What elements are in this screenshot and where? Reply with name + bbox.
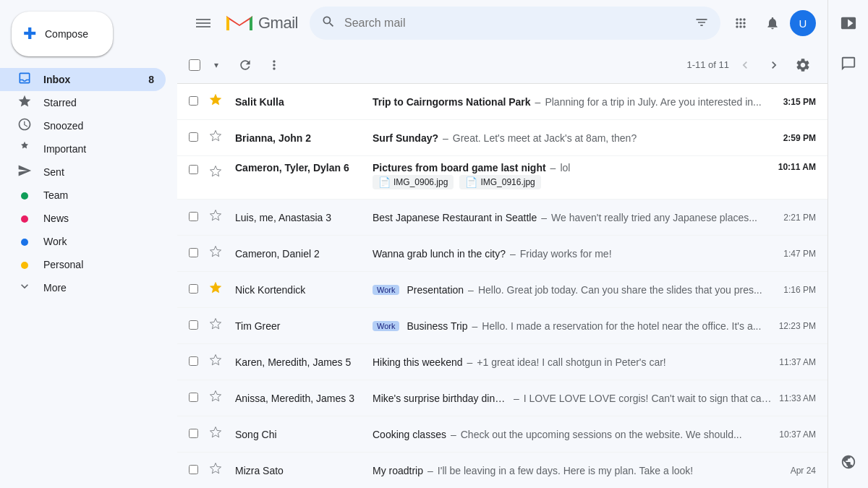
email-subject: Wanna grab lunch in the city?	[373, 248, 506, 260]
row-checkbox-container	[189, 132, 203, 144]
label-tag: Work	[373, 321, 399, 331]
email-checkbox[interactable]	[189, 132, 198, 142]
row-checkbox-container	[189, 284, 203, 296]
sidebar-item-starred[interactable]: Starred	[0, 91, 166, 114]
svg-rect-0	[196, 19, 210, 20]
sender-name: Karen, Meredith, James 5	[235, 356, 373, 368]
sender-name: Tim Greer	[235, 320, 373, 332]
team-icon	[17, 188, 32, 203]
select-all-checkbox[interactable]	[189, 59, 200, 71]
email-checkbox[interactable]	[189, 212, 198, 221]
important-icon	[17, 140, 32, 158]
sidebar-item-sent[interactable]: Sent	[0, 160, 166, 184]
email-body: Trip to Cairngorms National Park – Plann…	[373, 96, 773, 108]
email-checkbox[interactable]	[189, 393, 198, 402]
sidebar-item-work[interactable]: Work	[0, 230, 166, 253]
personal-label: Personal	[43, 259, 154, 270]
sender-name: Anissa, Meredith, James 3	[235, 393, 373, 404]
email-body: Wanna grab lunch in the city? – Friday w…	[373, 248, 773, 260]
sidebar-item-personal[interactable]: Personal	[0, 253, 166, 276]
email-preview: Hello. I made a reservation for the hote…	[482, 320, 761, 332]
next-page-button[interactable]	[761, 52, 787, 78]
gmail-logo: Gmail	[226, 13, 298, 33]
sidebar: ✚ Compose Inbox8StarredSnoozedImportantS…	[0, 0, 177, 488]
spaces-icon[interactable]	[834, 448, 863, 476]
attach-icon: 📄	[378, 176, 391, 188]
notifications-button[interactable]	[758, 9, 787, 38]
sidebar-item-inbox[interactable]: Inbox8	[0, 68, 166, 91]
sidebar-item-important[interactable]: Important	[0, 137, 166, 160]
email-row[interactable]: Luis, me, Anastasia 3 Best Japanese Rest…	[177, 200, 827, 236]
email-checkbox[interactable]	[189, 320, 198, 330]
email-body-col: Pictures from board game last night – lo…	[373, 162, 773, 189]
team-label: Team	[43, 189, 154, 201]
email-row[interactable]: Mizra Sato My roadtrip – I'll be leaving…	[177, 453, 827, 488]
sender-name: Brianna, John 2	[235, 132, 373, 144]
star-button[interactable]	[209, 281, 226, 298]
inbox-label: Inbox	[43, 74, 128, 85]
svg-rect-1	[196, 22, 210, 24]
email-checkbox[interactable]	[189, 356, 198, 366]
email-timestamp: 11:37 AM	[773, 357, 816, 367]
row-checkbox-container	[189, 96, 203, 108]
search-input[interactable]	[344, 17, 686, 30]
email-row[interactable]: Cameron, Daniel 2 Wanna grab lunch in th…	[177, 236, 827, 272]
inbox-badge: 8	[140, 74, 154, 85]
email-body: Work Presentation – Hello. Great job tod…	[373, 284, 773, 296]
star-button[interactable]	[209, 317, 226, 334]
star-button[interactable]	[209, 426, 226, 442]
snoozed-icon	[17, 117, 32, 135]
compose-button[interactable]: ✚ Compose	[12, 12, 113, 56]
email-row[interactable]: Tim Greer Work Business Trip – Hello. I …	[177, 308, 827, 344]
row-checkbox-container	[189, 248, 203, 260]
star-button[interactable]	[209, 390, 226, 406]
email-timestamp: 2:59 PM	[773, 133, 816, 143]
attach-icon: 📄	[465, 176, 477, 188]
star-button[interactable]	[209, 209, 226, 226]
email-row[interactable]: Song Chi Cooking classes – Check out the…	[177, 416, 827, 453]
meet-icon[interactable]	[834, 9, 863, 38]
svg-rect-2	[196, 26, 210, 27]
sidebar-item-team[interactable]: Team	[0, 184, 166, 207]
star-button[interactable]	[209, 245, 226, 262]
email-row[interactable]: Salit Kulla Trip to Cairngorms National …	[177, 84, 827, 120]
sidebar-item-more[interactable]: More	[0, 276, 166, 299]
email-checkbox[interactable]	[189, 429, 198, 438]
email-body: My roadtrip – I'll be leaving in a few d…	[373, 465, 773, 476]
star-button[interactable]	[209, 462, 226, 479]
email-timestamp: 11:33 AM	[773, 393, 816, 403]
email-row[interactable]: Karen, Meredith, James 5 Hiking this wee…	[177, 344, 827, 380]
more-options-button[interactable]	[261, 52, 287, 78]
email-body: Pictures from board game last night – lo…	[373, 162, 773, 189]
email-preview: Friday works for me!	[520, 248, 612, 260]
email-subject: Trip to Cairngorms National Park	[373, 96, 531, 108]
email-row[interactable]: Anissa, Meredith, James 3 Mike's surpris…	[177, 380, 827, 416]
user-avatar[interactable]: U	[790, 10, 816, 36]
star-button[interactable]	[209, 162, 226, 181]
email-row[interactable]: Nick Kortendick Work Presentation – Hell…	[177, 272, 827, 308]
email-row[interactable]: Brianna, John 2 Surf Sunday? – Great. Le…	[177, 120, 827, 156]
star-button[interactable]	[209, 129, 226, 146]
chat-icon[interactable]	[834, 49, 863, 78]
prev-page-button[interactable]	[732, 52, 758, 78]
sidebar-item-news[interactable]: News	[0, 207, 166, 230]
search-filter-icon[interactable]	[694, 15, 709, 32]
email-row[interactable]: Cameron, Tyler, Dylan 6 Pictures from bo…	[177, 156, 827, 200]
sent-icon	[17, 163, 32, 181]
apps-button[interactable]	[726, 9, 755, 38]
news-label: News	[43, 213, 154, 224]
email-checkbox[interactable]	[189, 248, 198, 257]
hamburger-menu-button[interactable]	[189, 9, 218, 38]
star-button[interactable]	[209, 354, 226, 370]
email-checkbox[interactable]	[189, 96, 198, 106]
email-checkbox[interactable]	[189, 165, 198, 174]
pagination-info: 1-11 of 11	[686, 52, 787, 78]
email-checkbox[interactable]	[189, 465, 198, 474]
settings-button[interactable]	[790, 52, 816, 78]
topbar: Gmail U	[177, 0, 827, 46]
refresh-button[interactable]	[232, 52, 258, 78]
sidebar-item-snoozed[interactable]: Snoozed	[0, 114, 166, 137]
select-dropdown-button[interactable]: ▾	[203, 52, 229, 78]
email-checkbox[interactable]	[189, 284, 198, 294]
star-button[interactable]	[209, 93, 226, 110]
